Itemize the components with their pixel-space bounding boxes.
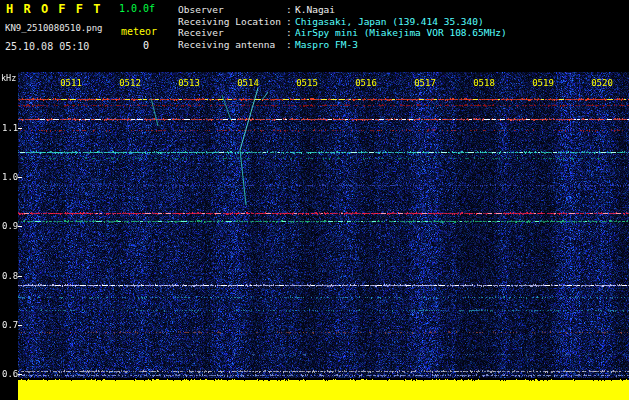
freq-tick-label: 1.1 <box>2 123 18 133</box>
app-version: 1.0.0f <box>119 3 155 14</box>
info-value: AirSpy mini (Miakejima VOR 108.65MHz) <box>295 27 507 38</box>
spectrogram-canvas <box>18 72 629 400</box>
freq-tick-label: 0.9 <box>2 221 18 231</box>
meteor-counter-label: meteor <box>121 26 157 37</box>
freq-axis: kHz 1.11.00.90.80.70.6 <box>0 0 18 400</box>
info-value: K.Nagai <box>295 4 335 15</box>
info-label: Receiving Location <box>178 16 286 28</box>
info-separator: : <box>286 39 295 51</box>
info-row-location: Receiving Location:Chigasaki, Japan (139… <box>178 16 507 28</box>
info-row-observer: Observer:K.Nagai <box>178 4 507 16</box>
station-info: Observer:K.Nagai Receiving Location:Chig… <box>178 4 507 50</box>
app-title: H R O F F T <box>6 2 102 16</box>
info-label: Receiving antenna <box>178 39 286 51</box>
date-time: 25.10.08 05:10 <box>5 41 89 52</box>
info-value: Maspro FM-3 <box>295 39 358 50</box>
freq-unit-label: kHz <box>1 73 16 83</box>
freq-tick-label: 0.8 <box>2 271 18 281</box>
info-label: Receiver <box>178 27 286 39</box>
info-value: Chigasaki, Japan (139.414 35.340) <box>295 16 484 27</box>
info-label: Observer <box>178 4 286 16</box>
freq-tick-label: 1.0 <box>2 172 18 182</box>
info-separator: : <box>286 27 295 39</box>
meteor-counter-value: 0 <box>143 40 149 51</box>
freq-tick-label: 0.6 <box>2 369 18 379</box>
info-separator: : <box>286 16 295 28</box>
hrofft-window: H R O F F T 1.0.0f KN9_2510080510.png me… <box>0 0 629 400</box>
info-row-antenna: Receiving antenna:Maspro FM-3 <box>178 39 507 51</box>
output-filename: KN9_2510080510.png <box>5 23 103 33</box>
freq-tick-label: 0.7 <box>2 320 18 330</box>
info-separator: : <box>286 4 295 16</box>
info-row-receiver: Receiver:AirSpy mini (Miakejima VOR 108.… <box>178 27 507 39</box>
